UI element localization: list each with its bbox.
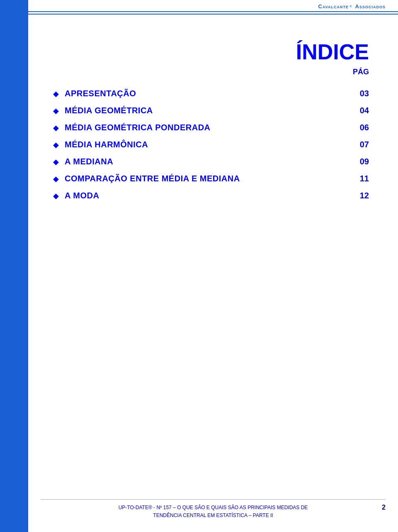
footer-text: UP-TO-DATE® - Nº 157 – O QUE SÃO E QUAIS… (41, 504, 386, 520)
index-row-media-geometrica-ponderada: ◆ MÉDIA GEOMÉTRICA PONDERADA 06 (53, 123, 381, 132)
page-media-harmonica: 07 (352, 140, 369, 149)
index-row-media-geometrica: ◆ MÉDIA GEOMÉTRICA 04 (53, 106, 381, 115)
bullet-apresentacao: ◆ (53, 89, 59, 98)
left-sidebar (0, 0, 28, 532)
footer-line1: UP-TO-DATE® - Nº 157 – O QUE SÃO E QUAIS… (119, 505, 308, 510)
logo-e (353, 3, 354, 10)
logo-associados: Associados (355, 3, 386, 10)
page-media-geometrica: 04 (352, 106, 369, 115)
page-apresentacao: 03 (352, 89, 369, 98)
index-section: ÍNDICE PÁG ◆ APRESENTAÇÃO 03 ◆ MÉDIA GEO… (28, 15, 398, 225)
page-comparacao: 11 (352, 174, 369, 183)
bullet-media-geometrica: ◆ (53, 106, 59, 115)
index-row-mediana: ◆ A MEDIANA 09 (53, 157, 381, 166)
index-row-comparacao: ◆ COMPARAÇÃO ENTRE MÉDIA E MEDIANA 11 (53, 174, 381, 183)
page: Cavalcante ® Associados ÍNDICE PÁG ◆ APR… (0, 0, 398, 532)
bullet-moda: ◆ (53, 191, 59, 200)
label-mediana: A MEDIANA (65, 157, 352, 166)
bullet-mediana: ◆ (53, 157, 59, 166)
label-comparacao: COMPARAÇÃO ENTRE MÉDIA E MEDIANA (65, 174, 352, 183)
page-media-geometrica-ponderada: 06 (352, 123, 369, 132)
logo-cavalcante: Cavalcante (318, 3, 349, 10)
index-row-media-harmonica: ◆ MÉDIA HARMÔNICA 07 (53, 140, 381, 149)
footer-line2: TENDÊNCIA CENTRAL EM ESTATÍSTICA – PARTE… (153, 512, 273, 518)
bullet-media-geometrica-ponderada: ◆ (53, 123, 59, 132)
page-label: PÁG (53, 68, 381, 76)
page-mediana: 09 (352, 157, 369, 166)
index-title: ÍNDICE (53, 39, 381, 64)
label-media-geometrica: MÉDIA GEOMÉTRICA (65, 106, 352, 115)
index-row-moda: ◆ A MODA 12 (53, 191, 381, 200)
logo: Cavalcante ® Associados (318, 3, 386, 10)
label-apresentacao: APRESENTAÇÃO (65, 89, 352, 98)
footer-page-number: 2 (382, 504, 386, 511)
index-list: ◆ APRESENTAÇÃO 03 ◆ MÉDIA GEOMÉTRICA 04 … (53, 89, 381, 200)
label-media-geometrica-ponderada: MÉDIA GEOMÉTRICA PONDERADA (65, 123, 352, 132)
page-moda: 12 (352, 191, 369, 200)
bullet-comparacao: ◆ (53, 174, 59, 183)
header: Cavalcante ® Associados (28, 0, 398, 12)
index-row-apresentacao: ◆ APRESENTAÇÃO 03 (53, 89, 381, 98)
bullet-media-harmonica: ◆ (53, 140, 59, 149)
footer: UP-TO-DATE® - Nº 157 – O QUE SÃO E QUAIS… (41, 499, 386, 520)
logo-registered-cavalcante: ® (349, 5, 352, 8)
label-media-harmonica: MÉDIA HARMÔNICA (65, 140, 352, 149)
main-content: Cavalcante ® Associados ÍNDICE PÁG ◆ APR… (28, 0, 398, 532)
label-moda: A MODA (65, 191, 352, 200)
